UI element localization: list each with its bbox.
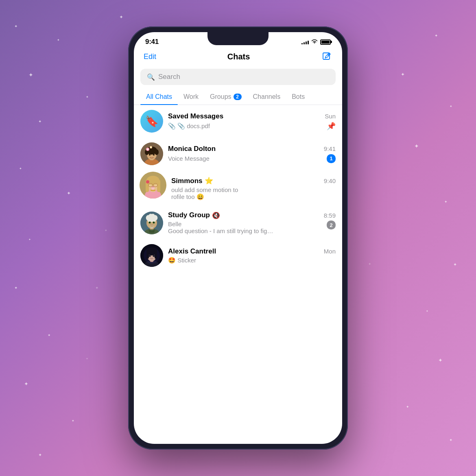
chat-time-study: 8:59 — [324, 212, 336, 219]
chat-content-simmons: Simmons ⭐ 9:40 ould add some motion to r… — [171, 177, 336, 201]
chat-name-alexis: Alexis Cantrell — [168, 247, 216, 255]
filter-tabs: All Chats Work Groups 2 Channels Bots — [134, 89, 342, 105]
chat-sender-study: Belle — [168, 221, 274, 227]
tab-work[interactable]: Work — [178, 89, 204, 105]
chat-item-study-group[interactable]: Study Group 🔇 8:59 Belle Good question -… — [134, 206, 342, 239]
avatar-alexis — [140, 244, 163, 267]
phone-screen: 9:41 — [134, 32, 342, 444]
chat-name-saved: Saved Messages — [168, 112, 223, 120]
svg-point-34 — [149, 222, 150, 223]
chat-content-study: Study Group 🔇 8:59 Belle Good question -… — [168, 211, 336, 234]
svg-point-22 — [148, 183, 153, 187]
svg-point-13 — [153, 154, 155, 156]
svg-point-11 — [151, 147, 152, 148]
chat-name-monica: Monica Dolton — [168, 145, 216, 153]
signal-bars-icon — [301, 39, 309, 44]
page-title: Chats — [227, 52, 250, 61]
battery-fill — [321, 41, 330, 44]
signal-bar-1 — [301, 43, 303, 44]
chat-item-alexis[interactable]: Alexis Cantrell Mon 🤩 Sticker — [134, 239, 342, 272]
chat-time-alexis: Mon — [324, 248, 336, 255]
avatar-monica — [140, 142, 163, 165]
svg-point-23 — [153, 183, 157, 187]
phone-frame: 9:41 — [128, 26, 348, 450]
chat-time-simmons: 9:40 — [324, 177, 336, 184]
chat-preview-monica: Voice Message — [168, 155, 210, 162]
chat-preview-alexis: 🤩 Sticker — [168, 257, 336, 264]
chat-header-saved: Saved Messages Sun — [168, 112, 336, 120]
tab-bots[interactable]: Bots — [286, 89, 310, 105]
chat-name-simmons: Simmons ⭐ — [171, 177, 213, 185]
avatar-study-group — [140, 212, 163, 234]
mute-icon-study: 🔇 — [212, 212, 220, 219]
search-icon: 🔍 — [147, 73, 155, 81]
signal-bar-3 — [306, 41, 307, 44]
search-placeholder: Search — [158, 73, 180, 81]
edit-button[interactable]: Edit — [144, 52, 156, 61]
svg-point-12 — [149, 154, 151, 156]
svg-point-7 — [155, 149, 159, 155]
chat-message-study: Good question - I am still trying to fig… — [168, 227, 274, 234]
phone-notch — [207, 32, 269, 45]
chat-item-monica[interactable]: Monica Dolton 9:41 Voice Message 1 — [134, 138, 342, 170]
paperclip-icon: 📎 — [168, 122, 176, 130]
avatar-simmons — [140, 172, 166, 199]
star-emoji: ⭐ — [205, 177, 213, 185]
tab-channels[interactable]: Channels — [247, 89, 286, 105]
tab-groups[interactable]: Groups 2 — [204, 89, 247, 105]
chat-preview-simmons-line1: ould add some motion to — [171, 186, 336, 193]
svg-point-45 — [144, 247, 160, 264]
svg-point-35 — [153, 222, 154, 223]
signal-bar-4 — [308, 41, 309, 44]
tab-all-chats[interactable]: All Chats — [140, 89, 178, 105]
chat-header-study: Study Group 🔇 8:59 — [168, 211, 336, 219]
signal-bar-2 — [304, 42, 305, 44]
chat-content-saved: Saved Messages Sun 📎 📎 docs.pdf 📌 — [168, 112, 336, 131]
pin-icon-saved: 📌 — [327, 122, 336, 131]
chat-list: 🔖 Saved Messages Sun 📎 📎 docs.pdf 📌 — [134, 105, 342, 444]
chat-header-alexis: Alexis Cantrell Mon — [168, 247, 336, 255]
avatar-saved-messages: 🔖 — [140, 110, 163, 133]
nav-bar: Edit Chats — [134, 49, 342, 66]
svg-point-26 — [146, 180, 149, 183]
compose-button[interactable] — [321, 51, 332, 62]
status-icons — [301, 39, 331, 45]
battery-icon — [320, 39, 331, 45]
chat-content-monica: Monica Dolton 9:41 Voice Message 1 — [168, 145, 336, 163]
search-container: 🔍 Search — [134, 66, 342, 89]
bookmark-icon: 🔖 — [145, 115, 158, 128]
chat-preview-simmons-line2: rofile too 😄 — [171, 193, 336, 201]
chat-preview-area-study: Belle Good question - I am still trying … — [168, 221, 336, 234]
chat-name-study: Study Group 🔇 — [168, 211, 220, 219]
status-time: 9:41 — [145, 38, 159, 46]
unread-badge-study: 2 — [327, 221, 336, 229]
groups-badge: 2 — [234, 94, 242, 100]
chat-item-saved-messages[interactable]: 🔖 Saved Messages Sun 📎 📎 docs.pdf 📌 — [134, 105, 342, 138]
svg-point-9 — [147, 148, 148, 150]
chat-time-monica: 9:41 — [324, 145, 336, 152]
search-bar[interactable]: 🔍 Search — [140, 69, 336, 85]
chat-content-alexis: Alexis Cantrell Mon 🤩 Sticker — [168, 247, 336, 264]
chat-header-simmons: Simmons ⭐ 9:40 — [171, 177, 336, 185]
chat-time-saved: Sun — [325, 113, 336, 120]
wifi-icon — [311, 39, 318, 45]
unread-badge-monica: 1 — [327, 154, 336, 163]
chat-item-simmons[interactable]: Simmons ⭐ 9:40 ould add some motion to r… — [134, 170, 342, 206]
chat-header-monica: Monica Dolton 9:41 — [168, 145, 336, 153]
chat-preview-study: Belle Good question - I am still trying … — [168, 221, 274, 234]
chat-preview-saved: 📎 📎 docs.pdf — [168, 122, 210, 130]
